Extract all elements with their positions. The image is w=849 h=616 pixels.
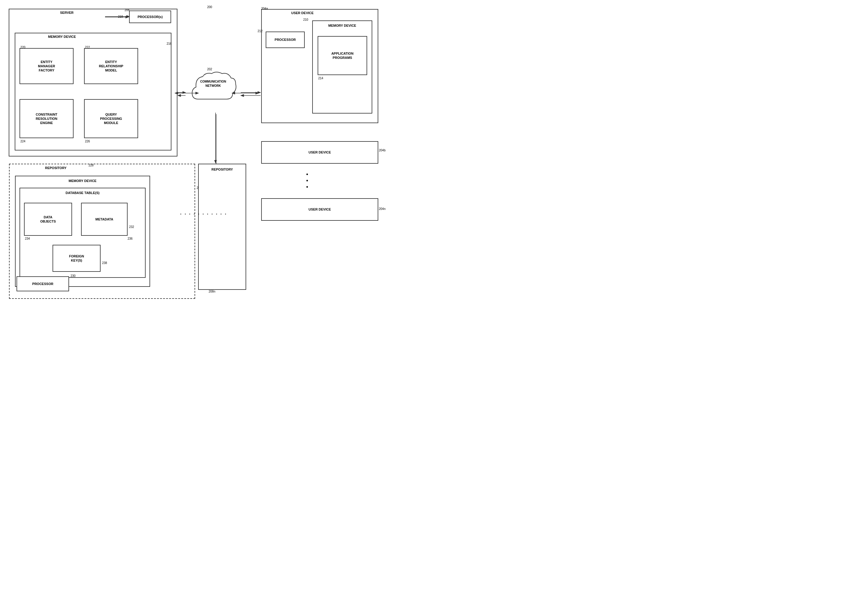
memory-device-label: MEMORY DEVICE xyxy=(48,34,76,39)
server-label: SERVER xyxy=(60,10,73,15)
ref-222: 222 xyxy=(85,46,90,49)
repo-processor-box: PROCESSOR xyxy=(16,276,69,291)
network-cloud: COMMUNICATIONNETWORK xyxy=(186,69,240,111)
user-device-b-box: USER DEVICE xyxy=(261,141,378,164)
query-box: QUERYPROCESSINGMODULE xyxy=(84,99,138,138)
app-programs-box: APPLICATIONPROGRAMS xyxy=(317,36,367,75)
processor-box: PROCESSOR(s) xyxy=(129,10,171,23)
constraint-box: CONSTRAINTRESOLUTIONENGINE xyxy=(19,99,73,138)
ref-236: 236 xyxy=(128,237,133,240)
entity-relationship-box: ENTITYRELATIONSHIPMODEL xyxy=(84,48,138,84)
ref-232: 232 xyxy=(129,225,134,228)
ref-204a: 204a xyxy=(261,7,268,10)
user-device-a-label: USER DEVICE xyxy=(291,11,314,15)
metadata-box: METADATA xyxy=(81,203,128,236)
ref-210: 210 xyxy=(303,18,308,21)
ref-200: 200 xyxy=(207,5,212,9)
ref-224: 224 xyxy=(21,140,25,143)
repository-a-label: REPOSITORY xyxy=(45,166,67,170)
ref-228: 228 xyxy=(89,164,94,167)
ref-238: 238 xyxy=(102,261,107,265)
ref-220: 220 xyxy=(21,46,25,49)
ref-226: 226 xyxy=(85,140,90,143)
diagram: 200 SERVER PROCESSOR(s) 206 218 MEMORY D… xyxy=(0,0,424,308)
ref-212: 212 xyxy=(258,30,263,33)
ref-204b: 204b xyxy=(379,149,386,152)
ref-202: 202 xyxy=(207,67,212,71)
ref-218: 218 xyxy=(118,15,123,18)
user-device-n-box: USER DEVICE xyxy=(261,198,378,221)
ref-206: 206 xyxy=(125,8,130,12)
foreign-key-box: FOREIGNKEY(S) xyxy=(52,245,101,272)
data-objects-box: DATAOBJECTS xyxy=(24,203,72,236)
ref-216: 216 xyxy=(167,42,172,45)
ref-208n: 208n xyxy=(209,290,215,293)
ref-214: 214 xyxy=(318,77,323,80)
dots-repo: . . . . . . . . . . . xyxy=(180,210,227,216)
ref-204n: 204n xyxy=(379,207,386,210)
user-processor-box: PROCESSOR xyxy=(266,31,305,48)
dots-middle: ••• xyxy=(306,171,308,190)
ref-230: 230 xyxy=(70,274,76,277)
repository-n-box: REPOSITORY xyxy=(198,164,246,290)
ref-234: 234 xyxy=(25,237,30,240)
entity-manager-box: ENTITYMANAGERFACTORY xyxy=(19,48,73,84)
